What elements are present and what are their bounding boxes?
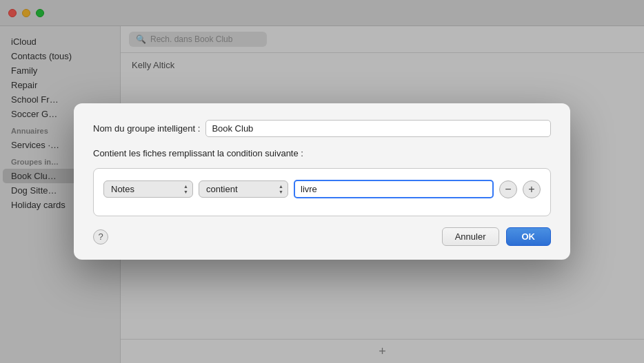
name-label: Nom du groupe intelligent : xyxy=(93,123,200,134)
name-row: Nom du groupe intelligent : xyxy=(93,120,551,137)
smart-group-dialog: Nom du groupe intelligent : Contient les… xyxy=(74,103,570,260)
field-select-wrapper: Notes Prénom Nom E-mail Téléphone Adress… xyxy=(103,180,193,198)
add-condition-button[interactable]: + xyxy=(523,180,541,198)
operator-select[interactable]: contient ne contient pas est n'est pas c… xyxy=(199,180,288,198)
operator-select-wrapper: contient ne contient pas est n'est pas c… xyxy=(199,180,288,198)
condition-subtitle: Contient les fiches remplissant la condi… xyxy=(93,148,551,158)
ok-button[interactable]: OK xyxy=(506,227,552,246)
help-button[interactable]: ? xyxy=(93,229,108,245)
footer-buttons: Annuler OK xyxy=(442,227,551,246)
condition-area: Notes Prénom Nom E-mail Téléphone Adress… xyxy=(93,168,551,216)
modal-overlay: Nom du groupe intelligent : Contient les… xyxy=(0,0,644,363)
modal-footer: ? Annuler OK xyxy=(93,227,551,246)
field-select[interactable]: Notes Prénom Nom E-mail Téléphone Adress… xyxy=(103,180,193,198)
cancel-button[interactable]: Annuler xyxy=(442,227,499,246)
remove-condition-button[interactable]: − xyxy=(499,180,517,198)
smart-group-name-input[interactable] xyxy=(205,120,551,137)
condition-row: Notes Prénom Nom E-mail Téléphone Adress… xyxy=(103,180,541,198)
condition-value-input[interactable] xyxy=(294,180,494,198)
